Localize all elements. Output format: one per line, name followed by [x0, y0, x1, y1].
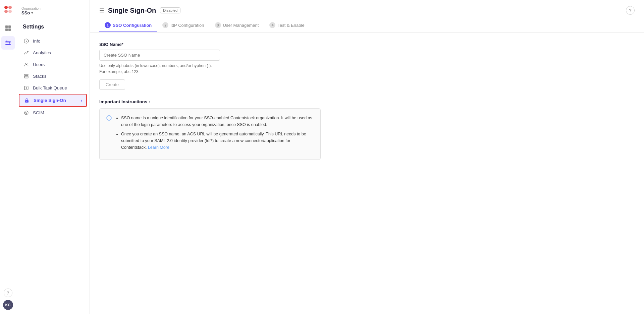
sidebar-item-scim-label: SCIM — [33, 110, 44, 115]
help-icon-rail[interactable]: ? — [4, 289, 12, 297]
sso-name-label: SSO Name* — [99, 42, 635, 47]
svg-rect-4 — [5, 25, 8, 28]
status-badge: Disabled — [160, 7, 180, 13]
tab-num-3: 3 — [215, 22, 221, 28]
sidebar-item-stacks-label: Stacks — [33, 74, 47, 79]
svg-rect-16 — [24, 76, 28, 77]
sidebar: Organization SSo ▾ Settings Info Analyti… — [16, 0, 90, 314]
user-avatar-rail[interactable]: KC — [3, 300, 13, 310]
sidebar-item-bulk-task-queue[interactable]: Bulk Task Queue — [16, 82, 90, 94]
sidebar-item-bulk-task-label: Bulk Task Queue — [33, 85, 67, 90]
tab-user-management-label: User Management — [223, 23, 259, 28]
sso-name-input[interactable] — [99, 50, 220, 61]
grid-nav-icon[interactable] — [1, 21, 15, 35]
sidebar-item-info[interactable]: Info — [16, 35, 90, 47]
svg-rect-8 — [6, 41, 7, 42]
sidebar-item-users-label: Users — [33, 62, 45, 67]
sidebar-item-sso-label: Single Sign-On — [34, 98, 66, 103]
svg-point-14 — [25, 63, 27, 65]
svg-point-23 — [24, 111, 28, 115]
tab-test-enable[interactable]: 4 Test & Enable — [264, 19, 310, 32]
org-label: Organization — [21, 7, 41, 10]
lock-icon — [23, 98, 30, 103]
main-content: ☰ Single Sign-On Disabled ? 1 SSO Config… — [90, 0, 644, 314]
tab-sso-configuration[interactable]: 1 SSO Configuration — [99, 19, 157, 32]
menu-icon[interactable]: ☰ — [99, 7, 104, 14]
svg-point-22 — [26, 101, 27, 102]
instruction-item-1: SSO name is a unique identification for … — [121, 115, 314, 128]
content-area: SSO Name* Use only alphabets (in lowerca… — [90, 33, 644, 314]
settings-nav-icon[interactable] — [1, 36, 15, 50]
org-dropdown-icon: ▾ — [31, 11, 33, 15]
org-selector[interactable]: SSo ▾ — [21, 10, 41, 15]
sidebar-item-users[interactable]: Users — [16, 59, 90, 70]
svg-point-27 — [109, 117, 109, 117]
instructions-box: SSO name is a unique identification for … — [99, 108, 321, 160]
svg-point-24 — [25, 112, 27, 114]
sidebar-item-scim[interactable]: SCIM — [16, 107, 90, 119]
svg-point-0 — [4, 6, 8, 9]
instructions-title: Important Instructions : — [99, 99, 635, 104]
sso-chevron-icon: › — [81, 98, 82, 103]
svg-point-1 — [8, 6, 12, 9]
sidebar-item-analytics[interactable]: Analytics — [16, 47, 90, 59]
svg-rect-17 — [24, 77, 28, 78]
tab-idp-configuration-label: IdP Configuration — [170, 23, 204, 28]
sso-name-field: SSO Name* Use only alphabets (in lowerca… — [99, 42, 635, 75]
users-icon — [23, 62, 30, 67]
sidebar-item-info-label: Info — [33, 39, 41, 44]
page-header: ☰ Single Sign-On Disabled ? — [90, 0, 644, 15]
svg-rect-9 — [9, 42, 10, 44]
svg-rect-5 — [8, 25, 11, 28]
tab-num-2: 2 — [162, 22, 168, 28]
bulk-task-icon — [23, 85, 30, 90]
svg-rect-6 — [5, 28, 8, 31]
svg-point-2 — [4, 10, 8, 13]
tab-sso-configuration-label: SSO Configuration — [113, 23, 152, 28]
sidebar-item-stacks[interactable]: Stacks — [16, 70, 90, 82]
page-title: Single Sign-On — [108, 7, 156, 14]
tab-num-1: 1 — [105, 22, 111, 28]
icon-rail: ? KC — [0, 0, 16, 314]
tabs-bar: 1 SSO Configuration 2 IdP Configuration … — [90, 19, 644, 33]
info-circle-icon — [106, 115, 112, 122]
stacks-icon — [23, 74, 30, 79]
create-button[interactable]: Create — [99, 79, 125, 90]
instructions-header: SSO name is a unique identification for … — [106, 115, 314, 153]
svg-point-13 — [26, 40, 26, 41]
analytics-icon — [23, 50, 30, 55]
svg-point-3 — [8, 10, 12, 13]
instructions-list: SSO name is a unique identification for … — [115, 115, 314, 153]
svg-rect-12 — [26, 41, 26, 43]
sidebar-item-analytics-label: Analytics — [33, 50, 51, 55]
tab-test-enable-label: Test & Enable — [277, 23, 304, 28]
info-icon — [23, 39, 30, 44]
sso-name-hint: Use only alphabets (in lowercase), numbe… — [99, 63, 635, 75]
org-name: SSo — [21, 10, 30, 15]
logo[interactable] — [1, 3, 15, 16]
sidebar-item-single-sign-on[interactable]: Single Sign-On › — [19, 94, 87, 107]
scim-icon — [23, 110, 30, 115]
svg-rect-26 — [109, 118, 109, 119]
tab-num-4: 4 — [269, 22, 275, 28]
help-icon-top-right[interactable]: ? — [626, 6, 635, 15]
svg-rect-15 — [24, 74, 28, 75]
learn-more-link[interactable]: Learn More — [148, 145, 169, 150]
instruction-item-2: Once you create an SSO name, an ACS URL … — [121, 131, 314, 151]
tab-idp-configuration[interactable]: 2 IdP Configuration — [157, 19, 209, 32]
svg-rect-10 — [6, 44, 7, 45]
tab-user-management[interactable]: 3 User Management — [210, 19, 264, 32]
svg-rect-7 — [8, 28, 11, 31]
sidebar-title: Settings — [16, 24, 90, 35]
